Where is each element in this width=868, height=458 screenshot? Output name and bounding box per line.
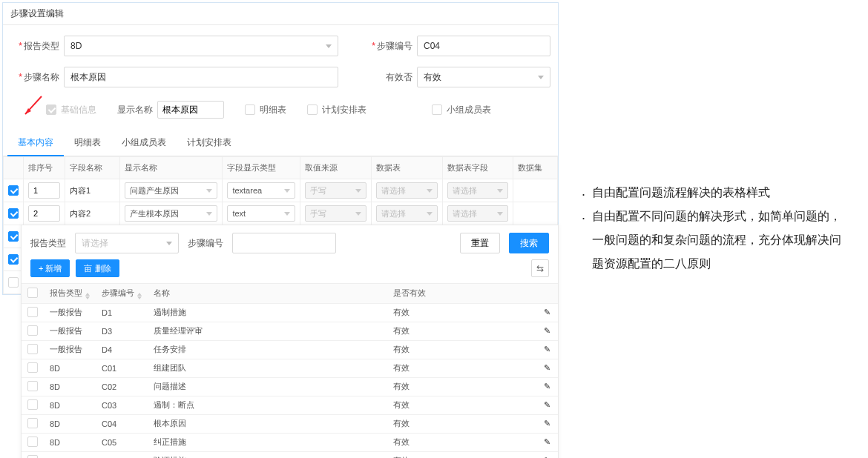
cell-valid: 有效 xyxy=(387,433,536,451)
cell-type: 8D xyxy=(44,433,96,451)
form-area: *报告类型 8D *步骤编号 *步骤名称 有效否 有效 基础信息 显示名称 明细… xyxy=(3,25,558,130)
edit-icon[interactable]: ✎ xyxy=(544,419,550,428)
row-checkbox[interactable] xyxy=(27,307,38,317)
table-row: 一般报告D1遏制措施有效✎ xyxy=(22,303,558,322)
plan-checkbox[interactable] xyxy=(307,104,318,115)
selectall-checkbox[interactable] xyxy=(27,288,38,298)
settings-icon[interactable]: ⇆ xyxy=(531,259,549,277)
bullet-1: 自由配置问题流程解决的表格样式 xyxy=(582,181,849,205)
table-select[interactable]: 请选择 xyxy=(376,182,438,199)
tab-plan[interactable]: 计划安排表 xyxy=(177,130,242,156)
cell-name: 遏制：断点 xyxy=(148,396,387,414)
feature-description: 自由配置问题流程解决的表格样式 自由配置不同问题的解决形式，如简单问题的，一般问… xyxy=(582,181,849,276)
table-row: 8DC05纠正措施有效✎ xyxy=(22,433,558,451)
cell-name: 问题描述 xyxy=(148,377,387,396)
row-checkbox[interactable] xyxy=(27,418,38,428)
basicinfo-checkbox xyxy=(46,104,56,115)
cell-no: D4 xyxy=(96,340,148,359)
row-checkbox[interactable] xyxy=(27,362,38,373)
col-stepno[interactable]: 步骤编号 xyxy=(96,284,148,303)
row-checkbox[interactable] xyxy=(27,437,38,447)
cell-type: 8D xyxy=(44,451,96,458)
search-button[interactable]: 搜索 xyxy=(509,233,549,253)
showname-input[interactable] xyxy=(157,101,224,119)
step-no-label: 步骤编号 xyxy=(377,41,412,51)
cell-name: 质量经理评审 xyxy=(148,322,387,340)
row-checkbox[interactable] xyxy=(8,231,19,242)
table-row: 8DC02问题描述有效✎ xyxy=(22,377,558,396)
display-select[interactable]: 问题产生原因 xyxy=(125,182,218,199)
cell-no: C03 xyxy=(96,396,148,414)
table-row: 8DC01组建团队有效✎ xyxy=(22,359,558,377)
row-checkbox[interactable] xyxy=(8,254,19,265)
cell-valid: 有效 xyxy=(387,340,536,359)
tab-basic[interactable]: 基本内容 xyxy=(7,130,64,156)
edit-icon[interactable]: ✎ xyxy=(544,400,550,409)
tab-members[interactable]: 小组成员表 xyxy=(111,130,177,156)
row-checkbox[interactable] xyxy=(27,325,38,336)
edit-icon[interactable]: ✎ xyxy=(544,363,550,372)
detail-checkbox[interactable] xyxy=(245,104,255,115)
row-checkbox[interactable] xyxy=(8,208,19,219)
cell-valid: 有效 xyxy=(387,414,536,433)
col-name: 名称 xyxy=(148,284,387,303)
filter-reporttype-select[interactable]: 请选择 xyxy=(75,233,179,253)
tablefield-select[interactable]: 请选择 xyxy=(447,205,509,222)
type-select[interactable]: text xyxy=(227,205,295,222)
source-select[interactable]: 手写 xyxy=(305,205,366,222)
source-select[interactable]: 手写 xyxy=(305,182,366,199)
cell-name: 验证措施 xyxy=(148,451,387,458)
filter-stepno-input[interactable] xyxy=(232,233,336,253)
col-reporttype[interactable]: 报告类型 xyxy=(44,284,96,303)
delete-button[interactable]: 亩 删除 xyxy=(76,259,119,277)
cell-type: 8D xyxy=(44,359,96,377)
cell-type: 一般报告 xyxy=(44,303,96,322)
cell-valid: 有效 xyxy=(387,303,536,322)
edit-icon[interactable]: ✎ xyxy=(544,345,550,354)
row-checkbox[interactable] xyxy=(27,381,38,391)
add-button[interactable]: + 新增 xyxy=(30,259,70,277)
row-checkbox[interactable] xyxy=(8,185,19,196)
cell-no: D3 xyxy=(96,322,148,340)
edit-icon[interactable]: ✎ xyxy=(544,437,550,446)
cell-valid: 有效 xyxy=(387,322,536,340)
sort-input[interactable] xyxy=(28,205,60,222)
table-select[interactable]: 请选择 xyxy=(376,205,438,222)
row-checkbox[interactable] xyxy=(27,455,38,459)
table-row: 内容2产生根本原因text手写请选择请选择 xyxy=(4,202,558,225)
cell-name: 根本原因 xyxy=(148,414,387,433)
row-checkbox[interactable] xyxy=(27,399,38,410)
report-type-select[interactable]: 8D xyxy=(64,36,338,56)
valid-label: 有效否 xyxy=(386,72,412,82)
tablefield-select[interactable]: 请选择 xyxy=(447,182,509,199)
cell-no: C01 xyxy=(96,359,148,377)
cell-type: 8D xyxy=(44,414,96,433)
cell-no: C04 xyxy=(96,414,148,433)
tabs: 基本内容 明细表 小组成员表 计划安排表 xyxy=(3,130,558,156)
row-checkbox[interactable] xyxy=(27,344,38,354)
valid-select[interactable]: 有效 xyxy=(417,67,550,87)
member-checkbox[interactable] xyxy=(432,104,442,115)
row-checkbox[interactable] xyxy=(8,277,19,288)
tab-detail[interactable]: 明细表 xyxy=(64,130,111,156)
step-list-panel: 报告类型 请选择 步骤编号 重置 搜索 + 新增 亩 删除 ⇆ 报告类型 步骤编… xyxy=(21,225,559,458)
sort-input[interactable] xyxy=(28,182,60,199)
step-name-label: 步骤名称 xyxy=(24,72,59,82)
edit-icon[interactable]: ✎ xyxy=(544,382,550,391)
step-name-input[interactable] xyxy=(64,67,338,87)
table-row: 8DC08验证措施有效✎ xyxy=(22,451,558,458)
step-no-input[interactable] xyxy=(417,36,550,56)
report-type-label: 报告类型 xyxy=(24,41,59,51)
showname-label: 显示名称 xyxy=(117,104,153,116)
reset-button[interactable]: 重置 xyxy=(460,233,500,253)
cell-name: 任务安排 xyxy=(148,340,387,359)
cell-no: D1 xyxy=(96,303,148,322)
cell-no: C08 xyxy=(96,451,148,458)
type-select[interactable]: textarea xyxy=(227,182,295,199)
edit-icon[interactable]: ✎ xyxy=(544,308,550,316)
display-select[interactable]: 产生根本原因 xyxy=(125,205,218,222)
field-name: 内容2 xyxy=(70,209,91,218)
table-row: 8DC04根本原因有效✎ xyxy=(22,414,558,433)
cell-type: 一般报告 xyxy=(44,340,96,359)
edit-icon[interactable]: ✎ xyxy=(544,326,550,335)
